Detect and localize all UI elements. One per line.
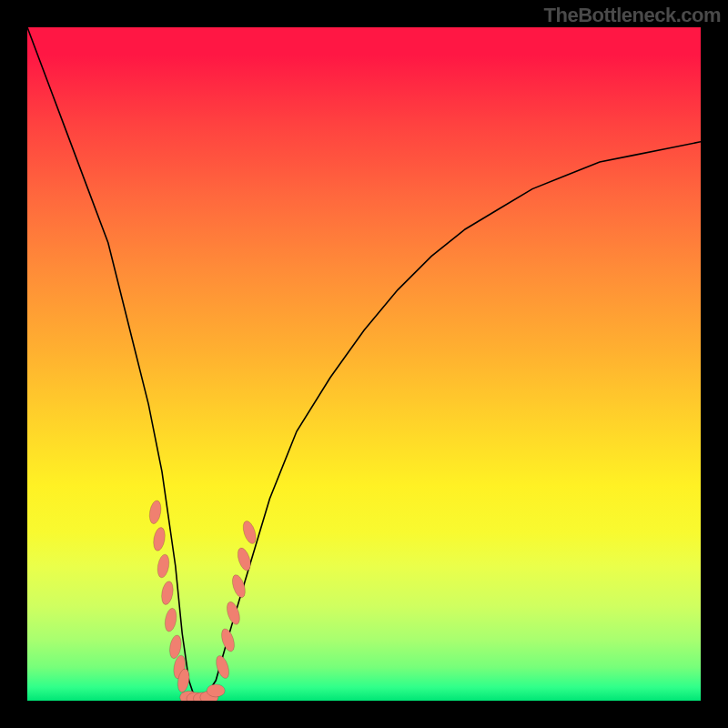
bead bbox=[219, 627, 237, 652]
bead bbox=[230, 573, 248, 599]
bottleneck-curve-svg bbox=[27, 27, 701, 701]
beads-group bbox=[147, 500, 258, 701]
bead bbox=[147, 500, 162, 525]
bead bbox=[236, 546, 253, 571]
bottleneck-curve bbox=[27, 27, 701, 701]
bead bbox=[225, 601, 242, 626]
bead bbox=[163, 607, 177, 632]
bead bbox=[156, 553, 170, 579]
bead bbox=[160, 581, 175, 606]
watermark-text: TheBottleneck.com bbox=[544, 4, 721, 27]
bead bbox=[207, 684, 225, 697]
chart-container: TheBottleneck.com bbox=[0, 0, 728, 728]
bead bbox=[240, 520, 258, 545]
bead bbox=[152, 527, 167, 552]
plot-area bbox=[27, 27, 701, 701]
